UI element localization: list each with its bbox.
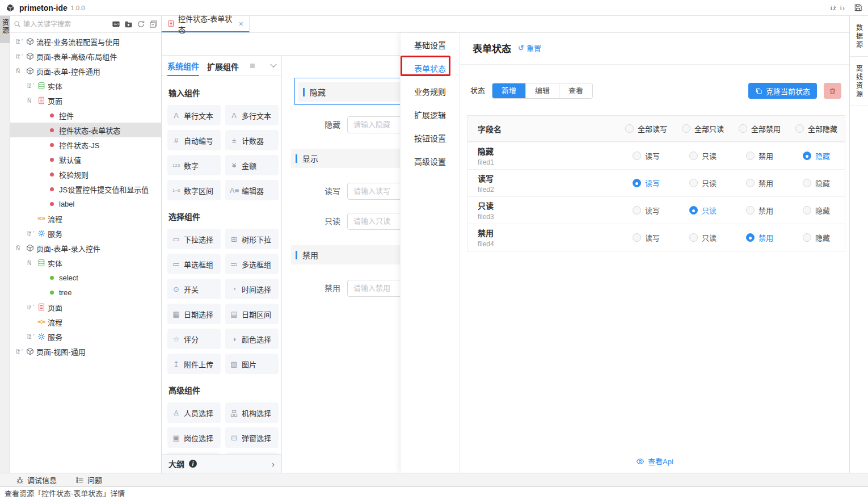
- component-chip-编辑器[interactable]: A≡编辑器: [225, 180, 279, 200]
- chevron-right-icon[interactable]: ›: [272, 459, 275, 469]
- clone-state-button[interactable]: 克隆当前状态: [748, 83, 817, 99]
- tree-item-select[interactable]: select: [10, 270, 161, 285]
- tree-item-控件状态-表单状态[interactable]: 控件状态-表单状态: [10, 123, 161, 137]
- radio-option-全部禁用[interactable]: 全部禁用: [731, 123, 788, 134]
- expander-collapsed-icon[interactable]: ǐž ′: [27, 304, 37, 310]
- radio-option-filed1-禁用[interactable]: 禁用: [731, 150, 788, 161]
- radio-option-filed1-隐藏[interactable]: 隐藏: [788, 150, 845, 161]
- field-input[interactable]: 请输入只读: [347, 213, 400, 230]
- radio-option-filed2-读写[interactable]: 读写: [618, 178, 675, 188]
- expander-collapsed-icon[interactable]: ǐž ′: [16, 348, 26, 355]
- palette-tab-扩展组件[interactable]: 扩展组件: [207, 56, 239, 75]
- tree-item-服务[interactable]: ǐž ′服务: [10, 329, 161, 344]
- rail-tab-offline-resources[interactable]: 离线资源: [850, 57, 868, 106]
- tree-item-服务[interactable]: ǐž ′服务: [10, 226, 161, 241]
- expander-collapsed-icon[interactable]: ǐž ′: [27, 83, 37, 89]
- radio-option-filed4-读写[interactable]: 读写: [618, 232, 675, 243]
- new-folder-icon[interactable]: [124, 20, 133, 28]
- collapse-all-icon[interactable]: [149, 20, 158, 28]
- component-chip-评分[interactable]: ☆评分: [167, 329, 221, 349]
- settings-nav-item-表单状态[interactable]: 表单状态: [401, 56, 460, 79]
- component-chip-多行文本[interactable]: A多行文本: [225, 105, 279, 125]
- radio-option-filed3-隐藏[interactable]: 隐藏: [788, 205, 845, 216]
- radio-option-filed3-读写[interactable]: 读写: [618, 205, 675, 216]
- state-option-查看[interactable]: 查看: [559, 83, 592, 98]
- radio-option-filed3-禁用[interactable]: 禁用: [731, 205, 788, 216]
- component-chip-金额[interactable]: ¥金额: [225, 155, 279, 175]
- tree-item-页面-表单-控件通用[interactable]: Ñ̀页面-表单-控件通用: [10, 64, 161, 78]
- component-chip-树形下拉[interactable]: ⊞树形下拉: [225, 229, 279, 249]
- settings-nav-item-高级设置[interactable]: 高级设置: [401, 149, 460, 173]
- tree-item-控件[interactable]: 控件: [10, 108, 161, 123]
- tree-item-流程[interactable]: 流程: [10, 211, 161, 226]
- radio-option-filed1-读写[interactable]: 读写: [618, 150, 675, 161]
- tab-close-icon[interactable]: ×: [239, 19, 243, 28]
- settings-nav-item-按钮设置[interactable]: 按钮设置: [401, 126, 460, 149]
- canvas-section-header[interactable]: 显示: [291, 149, 400, 168]
- tree-item-流程[interactable]: 流程: [10, 314, 161, 329]
- canvas-section-header[interactable]: 禁用: [291, 245, 400, 264]
- chevron-down-icon[interactable]: [270, 61, 276, 67]
- component-chip-多选框组[interactable]: ≕多选框组: [225, 254, 279, 274]
- expander-collapsed-icon[interactable]: ǐž ′: [16, 53, 26, 60]
- radio-option-filed4-隐藏[interactable]: 隐藏: [788, 232, 845, 243]
- component-chip-下拉选择[interactable]: ▭下拉选择: [167, 229, 221, 249]
- component-chip-颜色选择[interactable]: ◑颜色选择: [225, 329, 279, 349]
- state-option-新增[interactable]: 新增: [492, 83, 525, 98]
- tree-item-默认值[interactable]: 默认值: [10, 152, 161, 167]
- radio-option-filed1-只读[interactable]: 只读: [675, 150, 731, 161]
- tree-item-JS设置控件提交值和显示值[interactable]: JS设置控件提交值和显示值: [10, 182, 161, 196]
- reset-link[interactable]: ↺ 重置: [518, 43, 541, 53]
- radio-option-filed2-只读[interactable]: 只读: [675, 178, 731, 188]
- radio-option-filed3-只读[interactable]: 只读: [675, 205, 731, 216]
- component-chip-日期区间[interactable]: ▤日期区间: [225, 304, 279, 324]
- component-chip-附件上传[interactable]: ↥附件上传: [167, 354, 221, 374]
- component-chip-数字[interactable]: 123数字: [167, 155, 221, 175]
- tree-item-校验规则[interactable]: 校验规则: [10, 167, 161, 182]
- component-chip-图片[interactable]: ▧图片: [225, 354, 279, 374]
- locate-icon[interactable]: [112, 20, 120, 28]
- tree-item-label[interactable]: label: [10, 196, 161, 211]
- radio-option-全部只读[interactable]: 全部只读: [675, 123, 731, 134]
- expander-collapsed-icon[interactable]: ǐž ′: [27, 230, 37, 237]
- search-input[interactable]: [23, 20, 112, 28]
- selected-section-box[interactable]: 隐藏: [294, 78, 400, 105]
- radio-option-filed4-禁用[interactable]: 禁用: [731, 232, 788, 243]
- component-chip-单行文本[interactable]: A单行文本: [167, 105, 221, 125]
- field-input[interactable]: 请输入禁用: [347, 280, 400, 297]
- tree-item-流程-业务流程配置与使用[interactable]: ǐž ′流程-业务流程配置与使用: [10, 34, 161, 49]
- expander-expanded-icon[interactable]: Ñ̀: [16, 68, 26, 74]
- expander-expanded-icon[interactable]: Ñ̀: [16, 245, 26, 251]
- component-chip-弹窗选择[interactable]: ⊡弹窗选择: [225, 427, 279, 448]
- field-input[interactable]: 请输入读写: [347, 183, 400, 200]
- rail-tab-datasource[interactable]: 数据源: [850, 16, 868, 57]
- tree-item-实体[interactable]: ǐž ′实体: [10, 78, 161, 93]
- component-chip-单选框组[interactable]: ≔单选框组: [167, 254, 221, 274]
- tree-item-控件状态-JS[interactable]: 控件状态-JS: [10, 137, 161, 152]
- expander-expanded-icon[interactable]: Ñ̀: [27, 260, 37, 266]
- editor-tab-active[interactable]: 控件状态-表单状态 ×: [162, 16, 250, 32]
- debug-info-button[interactable]: 调试信息: [16, 474, 57, 485]
- radio-option-全部读写[interactable]: 全部读写: [618, 123, 675, 134]
- radio-option-filed4-只读[interactable]: 只读: [675, 232, 731, 243]
- component-chip-数字区间[interactable]: 1~3数字区间: [167, 180, 221, 200]
- component-chip-时间选择[interactable]: ◔时间选择: [225, 279, 279, 299]
- settings-nav-item-扩展逻辑[interactable]: 扩展逻辑: [401, 103, 460, 126]
- problems-button[interactable]: 问题: [76, 474, 102, 485]
- radio-option-全部隐藏[interactable]: 全部隐藏: [788, 123, 845, 134]
- settings-nav-item-业务规则[interactable]: 业务规则: [401, 79, 460, 103]
- tree-item-页面-视图-通用[interactable]: ǐž ′页面-视图-通用: [10, 344, 161, 359]
- tree-item-页面[interactable]: ǐž ′页面: [10, 300, 161, 314]
- tree-item-页面[interactable]: Ñ̀页面: [10, 93, 161, 108]
- tree-item-页面-表单-录入控件[interactable]: Ñ̀页面-表单-录入控件: [10, 241, 161, 255]
- component-chip-计数器[interactable]: ±计数器: [225, 130, 279, 150]
- expander-expanded-icon[interactable]: Ñ̀: [27, 98, 37, 104]
- radio-option-filed2-隐藏[interactable]: 隐藏: [788, 178, 845, 188]
- component-chip-日期选择[interactable]: ▦日期选择: [167, 304, 221, 324]
- refresh-icon[interactable]: [137, 20, 145, 28]
- field-input[interactable]: 请输入隐藏: [347, 116, 400, 133]
- tree-item-实体[interactable]: Ñ̀实体: [10, 255, 161, 270]
- canvas-section-header[interactable]: 隐藏: [298, 82, 400, 102]
- outline-footer[interactable]: 大纲 i ›: [162, 454, 281, 473]
- topbar-glyph-icons[interactable]: ǐž ǐ›: [831, 5, 846, 11]
